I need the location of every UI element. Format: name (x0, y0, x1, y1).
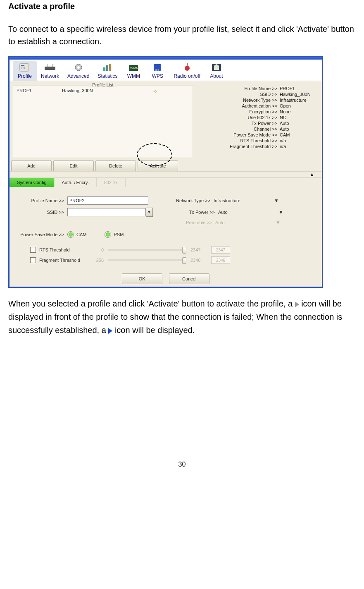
detail-label: Tx Power >> (252, 121, 279, 126)
profile-name-input[interactable] (67, 196, 148, 205)
radio-psm-label: PSM (114, 232, 124, 237)
svg-rect-1 (21, 65, 24, 66)
tab-profile[interactable]: P≡ Profile (13, 61, 37, 81)
frag-value: 2346 (211, 256, 230, 264)
profile-row[interactable]: PROF1 Hawking_300N ✧ (13, 86, 193, 97)
tab-label: Network (41, 73, 59, 79)
tab-radio[interactable]: Radio on/off (169, 61, 205, 81)
wmm-icon: WMM (126, 62, 141, 73)
rts-max: 2347 (190, 247, 204, 252)
profile-list[interactable]: Profile List PROF1 Hawking_300N ✧ (13, 85, 193, 157)
profile-section: Profile List PROF1 Hawking_300N ✧ Add Ed… (10, 81, 322, 171)
ok-button[interactable]: OK (122, 273, 162, 284)
svg-rect-9 (106, 65, 108, 71)
rts-value: 2347 (211, 246, 230, 254)
tab-system-config[interactable]: System Config (10, 178, 55, 187)
detail-value: PROF1 (279, 86, 319, 91)
rts-checkbox[interactable] (30, 247, 36, 253)
detail-label: Channel >> (254, 127, 279, 132)
network-type-label: Network Type >> (165, 198, 214, 203)
tx-power-label: Tx Power >> (169, 210, 218, 215)
activate-button[interactable]: Activate (138, 160, 178, 171)
radio-cam[interactable] (67, 231, 74, 238)
tab-label: Radio on/off (174, 73, 200, 79)
detail-value: n/a (279, 144, 319, 149)
advanced-icon (71, 62, 86, 73)
profile-details: Profile Name >>PROF1 SSID >>Hawking_300N… (196, 81, 322, 171)
text: icon will be displayed. (112, 326, 195, 335)
triangle-blue-icon (108, 328, 112, 334)
add-button[interactable]: Add (11, 160, 52, 171)
text: When you selected a profile and click 'A… (8, 299, 295, 308)
collapse-bar[interactable]: ▲ (10, 171, 322, 178)
detail-label: Encryption >> (249, 109, 279, 114)
statistics-icon (100, 62, 115, 73)
rts-slider[interactable] (108, 249, 186, 251)
heading: Activate a profile (8, 2, 356, 11)
radio-cam-label: CAM (76, 232, 86, 237)
detail-label: Use 802.1x >> (247, 115, 279, 120)
detail-value: Hawking_300N (279, 92, 319, 97)
delete-button[interactable]: Delete (95, 160, 136, 171)
tab-about[interactable]: About (205, 61, 228, 81)
profile-ssid-cell: Hawking_300N (62, 88, 153, 95)
ssid-input[interactable] (67, 208, 146, 216)
ssid-combo[interactable]: ▼ (67, 208, 153, 217)
wps-icon: pbc (150, 62, 165, 73)
dropdown-icon[interactable]: ▼ (146, 208, 153, 217)
svg-text:WMM: WMM (130, 66, 139, 70)
svg-rect-8 (103, 67, 105, 71)
system-config-panel: Profile Name >> Network Type >> Infrastr… (10, 187, 322, 272)
detail-value: CAM (279, 132, 319, 137)
frag-min: 256 (93, 258, 104, 263)
detail-label: Power Save Mode >> (233, 132, 279, 137)
triangle-gray-icon (295, 302, 299, 307)
network-type-value: Infrastructure (214, 198, 259, 203)
dialog-buttons: OK Cancel (10, 272, 322, 287)
tab-label: WPS (150, 73, 165, 79)
detail-value: NO (279, 115, 319, 120)
tab-label: About (209, 73, 224, 79)
intro-paragraph: To connect to a specific wireless device… (8, 23, 356, 48)
tab-statistics[interactable]: Statistics (93, 61, 121, 81)
config-tabs: System Config Auth. \ Encry. 802.1x (10, 178, 322, 187)
tab-8021x: 802.1x (97, 178, 126, 187)
tab-wps[interactable]: pbc WPS (145, 61, 169, 81)
dropdown-icon[interactable]: ▼ (278, 209, 283, 215)
profile-icon: P≡ (17, 62, 33, 73)
edit-button[interactable]: Edit (53, 160, 94, 171)
detail-label: RTS Threshold >> (240, 138, 279, 143)
dropdown-icon: ▼ (276, 220, 281, 225)
cancel-button[interactable]: Cancel (169, 273, 209, 284)
result-paragraph: When you selected a profile and click 'A… (8, 297, 356, 337)
tab-label: Profile (17, 73, 33, 79)
rts-min: 0 (93, 247, 104, 252)
frag-label: Fragment Threshold (39, 258, 93, 263)
profile-name-cell: PROF1 (17, 88, 62, 95)
svg-rect-10 (109, 64, 111, 71)
detail-label: Network Type >> (243, 98, 279, 103)
app-window: P≡ Profile Network Advanced Statistics W… (8, 56, 323, 288)
about-icon (209, 62, 224, 73)
tab-label: Statistics (98, 73, 117, 79)
tab-auth-encry[interactable]: Auth. \ Encry. (55, 178, 97, 187)
frag-checkbox[interactable] (30, 257, 36, 263)
detail-value: Auto (279, 121, 319, 126)
tab-network[interactable]: Network (37, 61, 63, 81)
detail-label: SSID >> (260, 92, 279, 97)
tab-advanced[interactable]: Advanced (63, 61, 93, 81)
svg-text:P≡: P≡ (21, 67, 25, 69)
page-number: 30 (8, 461, 356, 468)
detail-label: Fragment Threshold >> (230, 144, 279, 149)
detail-value: Open (279, 103, 319, 108)
tab-label: WMM (126, 73, 141, 79)
svg-rect-3 (45, 67, 55, 70)
detail-value: None (279, 109, 319, 114)
dropdown-icon[interactable]: ▼ (274, 198, 279, 204)
radio-psm[interactable] (105, 231, 111, 238)
ssid-label: SSID >> (15, 210, 67, 215)
detail-value: Infrastructure (279, 98, 319, 103)
frag-slider[interactable] (108, 259, 186, 261)
tx-power-value: Auto (218, 210, 264, 215)
tab-wmm[interactable]: WMM WMM (121, 61, 145, 81)
